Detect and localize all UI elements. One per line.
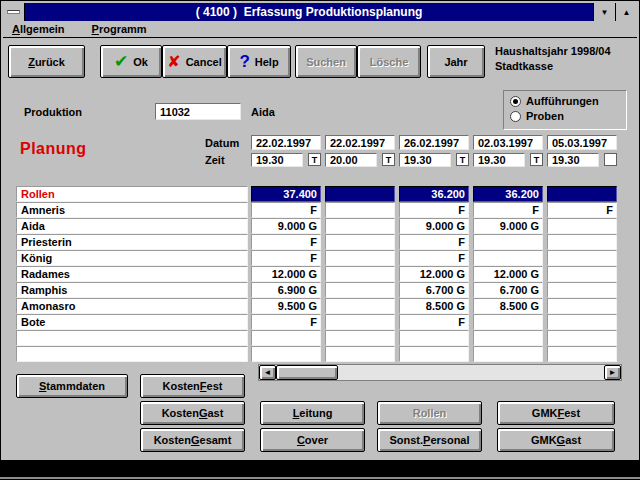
zeit-field-3[interactable]: 19.30	[399, 153, 451, 167]
grid-cell[interactable]: F	[399, 234, 469, 250]
maximize-button[interactable]: ▲	[615, 3, 637, 21]
t-checkbox-1[interactable]: T	[308, 153, 321, 166]
scroll-left-button[interactable]: ◄	[259, 365, 276, 380]
grid-cell[interactable]	[547, 266, 617, 282]
grid-cell[interactable]: F	[473, 202, 543, 218]
datum-field-3[interactable]: 26.02.1997	[399, 135, 469, 150]
grid-cell[interactable]	[325, 218, 395, 234]
grid-cell[interactable]	[325, 234, 395, 250]
grid-cell[interactable]: 12.000 G	[399, 266, 469, 282]
radio-auffuehrungen[interactable]: Aufführungen	[510, 95, 620, 107]
grid-cell[interactable]: 9.000 G	[251, 218, 321, 234]
minimize-button[interactable]: ▼	[593, 3, 615, 21]
grid-cell[interactable]: F	[251, 234, 321, 250]
leitung-button[interactable]: Leitung	[260, 401, 365, 425]
kosten-gast-button[interactable]: Kosten Gast	[140, 401, 245, 425]
grid-cell[interactable]: F	[547, 202, 617, 218]
grid-cell[interactable]: 8.500 G	[473, 298, 543, 314]
datum-field-5[interactable]: 05.03.1997	[547, 135, 617, 150]
zeit-field-1[interactable]: 19.30	[251, 153, 303, 167]
t-checkbox-4[interactable]: T	[530, 153, 543, 166]
grid-cell[interactable]: 6.700 G	[399, 282, 469, 298]
ok-button[interactable]: ✔ Ok	[100, 45, 162, 78]
t-checkbox-2[interactable]: T	[382, 153, 395, 166]
grid-cell[interactable]	[325, 266, 395, 282]
grid-cell[interactable]: F	[251, 250, 321, 266]
grid-cell[interactable]	[547, 298, 617, 314]
help-button[interactable]: ? Help	[227, 45, 291, 78]
grid-cell[interactable]	[325, 314, 395, 330]
datum-field-4[interactable]: 02.03.1997	[473, 135, 543, 150]
grid-cell[interactable]: F	[251, 202, 321, 218]
grid-cell[interactable]	[399, 346, 469, 362]
grid-cell[interactable]	[547, 282, 617, 298]
scroll-right-button[interactable]: ►	[604, 365, 621, 380]
grid-cell[interactable]	[325, 330, 395, 346]
grid-cell[interactable]	[547, 314, 617, 330]
grid-cell[interactable]: 6.900 G	[251, 282, 321, 298]
system-menu-button[interactable]	[3, 3, 25, 21]
radio-proben[interactable]: Proben	[510, 110, 620, 122]
grid-cell[interactable]	[325, 298, 395, 314]
scrollbar-track[interactable]	[338, 365, 604, 380]
grid-cell[interactable]	[547, 234, 617, 250]
grid-cell[interactable]	[473, 250, 543, 266]
cover-button[interactable]: Cover	[260, 428, 365, 452]
loesche-button[interactable]: Lösche	[357, 45, 421, 78]
grid-cell[interactable]	[547, 250, 617, 266]
datum-field-2[interactable]: 22.02.1997	[325, 135, 395, 150]
grid-cell[interactable]: 9.000 G	[399, 218, 469, 234]
grid-cell[interactable]	[325, 282, 395, 298]
sonst-personal-button[interactable]: Sonst. Personal	[377, 428, 482, 452]
grid-cell[interactable]	[325, 346, 395, 362]
grid-cell[interactable]: F	[251, 314, 321, 330]
jahr-button[interactable]: Jahr	[427, 45, 485, 78]
grid-cell[interactable]	[399, 330, 469, 346]
horizontal-scrollbar[interactable]: ◄ ►	[258, 364, 622, 381]
grid-cell[interactable]: 8.500 G	[399, 298, 469, 314]
grid-cell[interactable]	[547, 330, 617, 346]
grid-row-label	[16, 330, 248, 346]
grid-cell[interactable]	[325, 250, 395, 266]
grid-cell[interactable]	[547, 346, 617, 362]
zeit-field-4[interactable]: 19.30	[473, 153, 525, 167]
produktion-field[interactable]	[155, 103, 241, 120]
grid-cell[interactable]	[547, 218, 617, 234]
zeit-field-2[interactable]: 20.00	[325, 153, 377, 167]
app-window: ( 4100 ) Erfassung Produktionsplanung ▼ …	[0, 0, 640, 461]
gmk-gast-button[interactable]: GMK Gast	[497, 428, 615, 452]
grid-cell[interactable]	[473, 346, 543, 362]
scrollbar-thumb[interactable]	[276, 365, 338, 380]
stammdaten-button[interactable]: Stammdaten	[16, 374, 128, 398]
grid-cell[interactable]	[251, 346, 321, 362]
grid-cell[interactable]: 9.000 G	[473, 218, 543, 234]
rollen-button[interactable]: Rollen	[377, 401, 482, 425]
grid-row-label-rollen: Rollen	[16, 186, 248, 202]
grid-cell[interactable]: F	[399, 202, 469, 218]
grid-cell[interactable]: F	[399, 314, 469, 330]
grid-cell[interactable]: 12.000 G	[473, 266, 543, 282]
grid-cell[interactable]: 6.700 G	[473, 282, 543, 298]
grid-cell[interactable]	[473, 330, 543, 346]
kosten-fest-button[interactable]: Kosten Fest	[140, 374, 245, 398]
t-checkbox-3[interactable]: T	[456, 153, 469, 166]
menu-allgemein[interactable]: Allgemein	[12, 23, 65, 35]
kosten-gesamt-button[interactable]: Kosten Gesamt	[140, 428, 245, 452]
suchen-button[interactable]: Suchen	[295, 45, 357, 78]
datum-field-1[interactable]: 22.02.1997	[251, 135, 321, 150]
gmk-fest-button[interactable]: GMK Fest	[497, 401, 615, 425]
grid-cell[interactable]	[251, 330, 321, 346]
grid-cell[interactable]: 12.000 G	[251, 266, 321, 282]
menu-programm[interactable]: Programm	[92, 23, 147, 35]
grid-cell[interactable]: F	[399, 250, 469, 266]
grid-cell[interactable]	[473, 314, 543, 330]
t-checkbox-5[interactable]	[604, 153, 617, 166]
grid-cell[interactable]	[473, 234, 543, 250]
cancel-button[interactable]: ✘ Cancel	[162, 45, 227, 78]
grid-cell[interactable]: 9.500 G	[251, 298, 321, 314]
zeit-field-5[interactable]: 19.30	[547, 153, 599, 167]
grid-row-label: Priesterin	[16, 234, 248, 250]
zurueck-button[interactable]: Zurück	[8, 45, 85, 78]
grid-total-cell: 37.400	[251, 186, 321, 202]
grid-cell[interactable]	[325, 202, 395, 218]
